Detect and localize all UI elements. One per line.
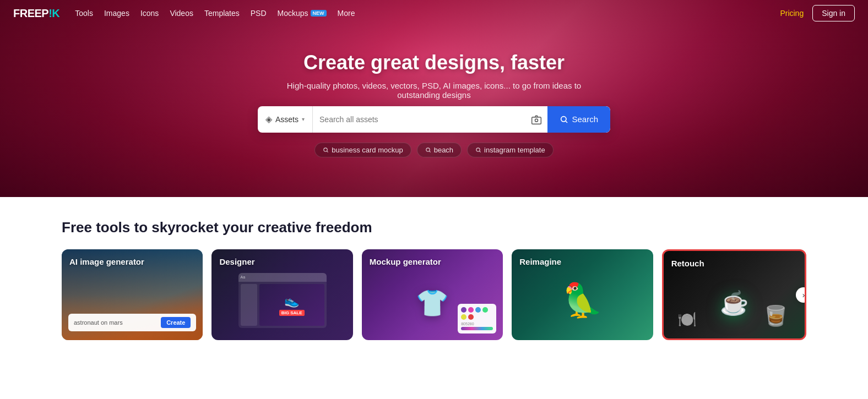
mockup-color-swatches <box>461 307 493 320</box>
tools-grid: AI image generator astronaut on mars Cre… <box>62 249 806 340</box>
search-chip-icon-2 <box>425 147 431 153</box>
ai-prompt-bar[interactable]: astronaut on mars Create <box>68 314 196 331</box>
designer-body: 👟 BIG SALE <box>238 282 327 328</box>
retouch-card-label: Retouch <box>671 259 704 268</box>
nav-mockups[interactable]: Mockups NEW <box>278 9 327 18</box>
nav-icons[interactable]: Icons <box>140 9 159 18</box>
logo[interactable]: FREEP!K <box>13 7 59 20</box>
color-swatch-blue[interactable] <box>475 307 481 313</box>
nav-templates[interactable]: Templates <box>204 9 240 18</box>
new-badge: NEW <box>311 10 327 17</box>
tool-card-mockup-generator[interactable]: Mockup generator 👕 805280 <box>362 249 503 340</box>
nav-links: Tools Images Icons Videos Templates PSD … <box>75 9 780 18</box>
color-swatch-red[interactable] <box>468 314 474 320</box>
svg-line-5 <box>327 151 328 152</box>
mockup-card-label: Mockup generator <box>370 257 441 266</box>
shoe-icon: 👟 <box>284 294 299 308</box>
tool-card-ai-image-generator[interactable]: AI image generator astronaut on mars Cre… <box>62 249 203 340</box>
ai-prompt-text: astronaut on mars <box>74 319 123 326</box>
hero-subtitle: High-quality photos, videos, vectors, PS… <box>269 81 599 100</box>
color-swatch-purple[interactable] <box>461 307 466 313</box>
svg-line-3 <box>566 121 567 123</box>
search-suggestions: business card mockup beach instagram tem… <box>314 143 553 157</box>
svg-point-1 <box>535 119 538 122</box>
reimagine-card-label: Reimagine <box>519 257 561 266</box>
designer-card-label: Designer <box>219 257 254 266</box>
suggestion-business-card[interactable]: business card mockup <box>314 143 411 157</box>
color-swatch-yellow[interactable] <box>461 314 466 320</box>
tool-card-retouch[interactable]: Retouch ☕ 🥃 🍽️ › <box>662 249 806 340</box>
svg-point-2 <box>561 116 566 121</box>
color-swatch-pink[interactable] <box>468 307 474 313</box>
coffee-icon: ☕ <box>720 289 748 316</box>
logo-pik: !K <box>48 7 59 19</box>
color-swatch-green[interactable] <box>482 307 488 313</box>
camera-icon <box>531 114 542 125</box>
search-input[interactable] <box>313 115 525 124</box>
nav-images[interactable]: Images <box>104 9 129 18</box>
nav-psd[interactable]: PSD <box>251 9 267 18</box>
parrot-icon: 🦜 <box>562 281 603 320</box>
svg-rect-0 <box>532 117 541 124</box>
designer-mockup: Aa 👟 BIG SALE <box>238 273 327 328</box>
designer-main: 👟 BIG SALE <box>259 284 324 326</box>
mockup-item-id: 805280 <box>461 322 493 326</box>
search-type-label: Assets <box>275 115 299 124</box>
svg-point-6 <box>426 147 430 151</box>
navbar: FREEP!K Tools Images Icons Videos Templa… <box>0 0 868 26</box>
tool-card-reimagine[interactable]: Reimagine 🦜 <box>512 249 653 340</box>
svg-line-7 <box>429 151 430 152</box>
tool-card-designer[interactable]: Aa 👟 BIG SALE Designer <box>211 249 352 340</box>
ai-create-button[interactable]: Create <box>161 317 191 328</box>
hero-section: Create great designs, faster High-qualit… <box>0 0 868 197</box>
nav-right: Pricing Sign in <box>780 5 855 21</box>
search-icon <box>560 115 568 124</box>
main-content: Free tools to skyrocket your creative fr… <box>48 197 820 362</box>
suggestion-instagram[interactable]: instagram template <box>467 143 554 157</box>
nav-tools[interactable]: Tools <box>75 9 93 18</box>
svg-point-4 <box>324 147 327 151</box>
nav-more[interactable]: More <box>338 9 355 18</box>
search-bar: ◈ Assets ▾ Search <box>258 106 610 133</box>
tshirt-icon: 👕 <box>416 288 449 319</box>
chevron-down-icon: ▾ <box>302 116 305 122</box>
hero-title: Create great designs, faster <box>303 51 565 74</box>
section-title: Free tools to skyrocket your creative fr… <box>62 219 806 236</box>
search-chip-icon-3 <box>475 147 481 153</box>
designer-sidebar <box>241 284 257 326</box>
search-chip-icon <box>323 147 329 153</box>
camera-search-button[interactable] <box>525 114 547 125</box>
mockup-color-panel: 805280 <box>458 304 496 334</box>
svg-point-8 <box>476 147 480 151</box>
search-type-selector[interactable]: ◈ Assets ▾ <box>258 106 313 133</box>
logo-text: FREEP <box>13 7 48 19</box>
assets-icon: ◈ <box>265 114 272 124</box>
nav-videos[interactable]: Videos <box>170 9 193 18</box>
search-button[interactable]: Search <box>547 106 610 133</box>
ai-card-label: AI image generator <box>69 257 144 266</box>
glass-icon: 🥃 <box>763 304 788 327</box>
suggestion-beach[interactable]: beach <box>417 143 462 157</box>
svg-line-9 <box>480 151 481 152</box>
pricing-link[interactable]: Pricing <box>780 9 804 18</box>
designer-toolbar: Aa <box>238 273 327 282</box>
plate-icon: 🍽️ <box>677 310 697 329</box>
sale-badge: BIG SALE <box>279 310 305 316</box>
hero-content: Create great designs, faster High-qualit… <box>258 40 610 157</box>
signin-button[interactable]: Sign in <box>812 5 855 21</box>
